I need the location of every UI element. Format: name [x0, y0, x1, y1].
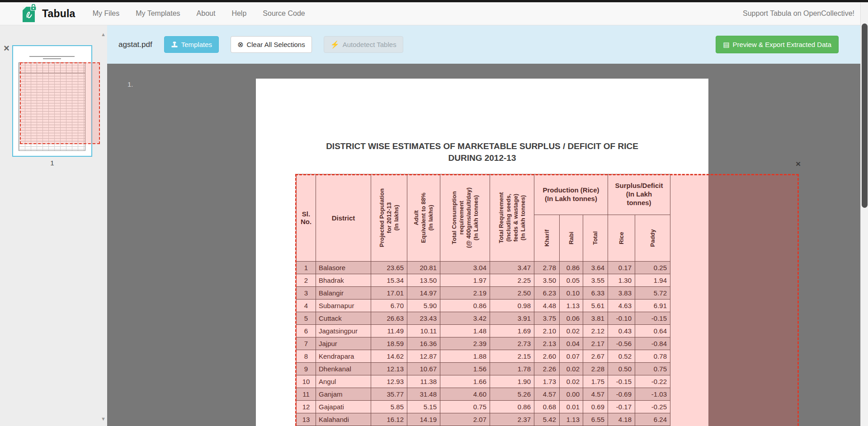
nav-link-my-templates[interactable]: My Templates: [136, 9, 180, 18]
clear-all-selections-button[interactable]: ⊗ Clear All Selections: [231, 36, 312, 53]
templates-button[interactable]: Templates: [164, 36, 219, 53]
nav-link-my-files[interactable]: My Files: [93, 9, 120, 18]
table-list-icon: ▤: [723, 41, 729, 48]
nav-link-help[interactable]: Help: [231, 9, 246, 18]
tabula-logo-icon: [21, 4, 38, 23]
thumbnail-title-line: [29, 56, 75, 57]
support-link[interactable]: Support Tabula on OpenCollective!: [743, 9, 854, 18]
table-selection[interactable]: [295, 174, 799, 426]
document-title: DISTRICT WISE ESTIMATES OF MARKETABLE SU…: [256, 140, 708, 164]
document-canvas: 1. DISTRICT WISE ESTIMATES OF MARKETABLE…: [107, 64, 860, 426]
current-filename: agstat.pdf: [118, 40, 152, 49]
export-button-label: Preview & Export Extracted Data: [733, 41, 831, 48]
thumbnail-page-number: 1: [12, 159, 92, 167]
thumbnail-selection[interactable]: [20, 62, 100, 144]
brand[interactable]: Tabula: [21, 4, 75, 23]
templates-button-label: Templates: [181, 41, 212, 48]
nav-link-source-code[interactable]: Source Code: [263, 9, 305, 18]
document-title-line2: DURING 2012-13: [448, 153, 516, 163]
preview-export-button[interactable]: ▤ Preview & Export Extracted Data: [716, 36, 839, 53]
selection-close-button[interactable]: ×: [796, 159, 801, 168]
toolbar: agstat.pdf Templates ⊗ Clear All Selecti…: [107, 25, 860, 64]
page-number-label: 1.: [127, 80, 133, 88]
navbar: Tabula My Files My Templates About Help …: [0, 2, 868, 25]
scrollbar-thumb[interactable]: [862, 23, 868, 208]
sidebar: × 1 ▲ ▼: [0, 25, 107, 426]
sidebar-scroll-up-icon[interactable]: ▲: [101, 32, 106, 37]
window-top-strip: [0, 0, 868, 2]
thumbnail-title-line: [43, 58, 61, 59]
stamp-icon: [171, 41, 178, 48]
lightning-icon: ⚡: [330, 41, 340, 48]
vertical-scrollbar[interactable]: [860, 2, 868, 426]
remove-file-button[interactable]: ×: [4, 43, 9, 53]
autodetect-button-label: Autodetect Tables: [343, 41, 396, 48]
nav-links: My Files My Templates About Help Source …: [93, 9, 305, 18]
nav-link-about[interactable]: About: [197, 9, 216, 18]
brand-name: Tabula: [42, 8, 75, 20]
clear-circle-icon: ⊗: [237, 41, 243, 48]
clear-button-label: Clear All Selections: [246, 41, 305, 48]
document-title-line1: DISTRICT WISE ESTIMATES OF MARKETABLE SU…: [326, 141, 638, 151]
autodetect-tables-button: ⚡ Autodetect Tables: [324, 36, 403, 53]
sidebar-scroll-down-icon[interactable]: ▼: [101, 416, 106, 421]
